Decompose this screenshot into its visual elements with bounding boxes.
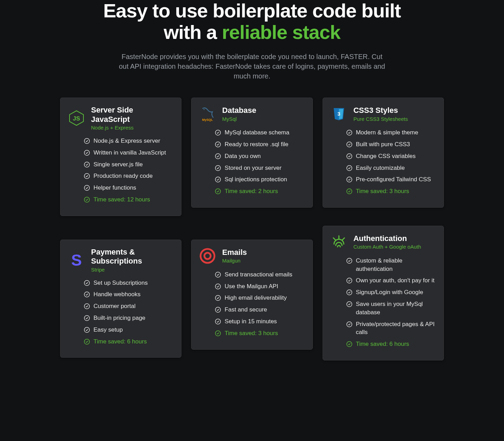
list-item: Built with pure CSS3 (346, 140, 436, 149)
svg-point-15 (216, 189, 221, 194)
list-item: Ready to restore .sql file (215, 140, 304, 149)
svg-point-13 (216, 165, 221, 170)
svg-point-31 (201, 249, 214, 263)
svg-point-25 (84, 280, 90, 285)
svg-point-37 (216, 307, 221, 313)
check-circle-icon (84, 315, 90, 321)
check-circle-icon (215, 165, 221, 171)
card-title: CSS3 Styles (353, 106, 408, 115)
card-emails: Emails Mailgun Send transactional emails… (191, 240, 312, 350)
list-item: Signup/Login with Google (346, 288, 436, 297)
svg-line-41 (333, 238, 335, 240)
svg-point-47 (347, 322, 352, 327)
time-saved: Time saved: 3 hours (346, 187, 436, 195)
check-circle-icon (215, 318, 221, 325)
feature-list: Send transactional emails Use the Mailgu… (199, 271, 304, 338)
mailgun-icon (199, 248, 216, 264)
svg-point-36 (216, 296, 221, 301)
list-item: Easily cutomizable (346, 164, 436, 172)
svg-point-44 (347, 278, 352, 283)
list-item: MySql database schema (215, 128, 304, 137)
svg-point-46 (347, 301, 352, 307)
list-item: Production ready code (84, 172, 173, 180)
svg-point-10 (216, 130, 221, 135)
check-circle-icon (84, 303, 90, 309)
list-item: Change CSS variables (346, 152, 436, 160)
feature-list: Node.js & Express server Written in vani… (68, 137, 173, 204)
svg-point-19 (347, 130, 352, 135)
svg-point-23 (347, 177, 352, 182)
svg-point-35 (216, 284, 221, 289)
card-subtitle: Node.js + Express (91, 125, 173, 131)
feature-list: Set up Subscriptions Handle webhooks Cus… (68, 279, 173, 346)
list-item: Private/protected pages & API calls (346, 320, 436, 337)
svg-point-48 (347, 342, 352, 347)
svg-point-22 (347, 165, 352, 170)
card-subtitle: Custom Auth + Google oAuth (353, 244, 421, 250)
mysql-icon: MySQL (199, 106, 216, 122)
list-item: Custom & reliable authentication (346, 257, 436, 273)
list-item: Set up Subscriptions (84, 279, 173, 287)
card-title: Authentication (353, 234, 421, 243)
list-item: Setup in 15 minutes (215, 317, 304, 326)
card-css3: 3 CSS3 Styles Pure CSS3 Stylesheets Mode… (323, 98, 444, 208)
time-saved: Time saved: 3 hours (215, 329, 304, 338)
list-item: Built-in pricing page (84, 314, 173, 322)
svg-point-45 (347, 290, 352, 295)
check-circle-icon (346, 258, 352, 264)
svg-point-27 (84, 304, 90, 309)
list-item: Pre-configured Tailwind CSS (346, 175, 436, 184)
svg-point-38 (216, 319, 221, 324)
check-circle-icon (215, 307, 221, 313)
feature-list: Modern & simple theme Built with pure CS… (331, 128, 436, 195)
check-circle-icon (346, 301, 352, 307)
list-item: Stored on your server (215, 164, 304, 172)
check-circle-icon (346, 289, 352, 296)
card-subtitle: Stripe (91, 267, 173, 273)
check-circle-icon (215, 188, 221, 194)
card-title: Emails (222, 248, 247, 257)
svg-point-12 (216, 153, 221, 159)
page-subtitle: FasterNode provides you with the boilerp… (116, 52, 388, 81)
svg-text:JS: JS (73, 115, 80, 122)
nodejs-icon: JS (68, 110, 85, 126)
check-circle-icon (346, 277, 352, 284)
fingerprint-icon (331, 234, 347, 250)
time-saved: Time saved: 6 hours (84, 338, 173, 346)
list-item: Node.js & Express server (84, 137, 173, 145)
svg-point-14 (216, 177, 221, 182)
check-circle-icon (346, 321, 352, 327)
list-item: Use the Mailgun API (215, 282, 304, 291)
card-subtitle: MySql (222, 116, 256, 122)
check-circle-icon (84, 291, 90, 298)
check-circle-icon (84, 280, 90, 286)
list-item: Single server.js file (84, 160, 173, 169)
list-item: Helper functions (84, 184, 173, 192)
svg-point-43 (347, 258, 352, 263)
svg-point-21 (347, 153, 352, 159)
svg-text:MySQL: MySQL (202, 118, 213, 122)
card-title: Database (222, 106, 256, 115)
check-circle-icon (84, 339, 90, 345)
time-saved: Time saved: 2 hours (215, 187, 304, 195)
card-title: Payments & Subscriptions (91, 248, 173, 266)
list-item: Data you own (215, 152, 304, 160)
svg-text:3: 3 (337, 111, 340, 117)
check-circle-icon (84, 327, 90, 333)
check-circle-icon (84, 197, 90, 203)
check-circle-icon (346, 341, 352, 347)
check-circle-icon (346, 130, 352, 136)
svg-line-42 (342, 238, 344, 240)
svg-point-3 (84, 150, 90, 155)
list-item: Easy setup (84, 326, 173, 334)
svg-point-2 (84, 138, 90, 143)
list-item: Handle webhooks (84, 290, 173, 299)
feature-list: Custom & reliable authentication Own you… (331, 257, 436, 348)
list-item: Send transactional emails (215, 271, 304, 279)
check-circle-icon (346, 165, 352, 171)
check-circle-icon (346, 141, 352, 148)
check-circle-icon (215, 272, 221, 278)
list-item: Save users in your MySql database (346, 300, 436, 317)
list-item: Modern & simple theme (346, 128, 436, 137)
check-circle-icon (215, 130, 221, 136)
